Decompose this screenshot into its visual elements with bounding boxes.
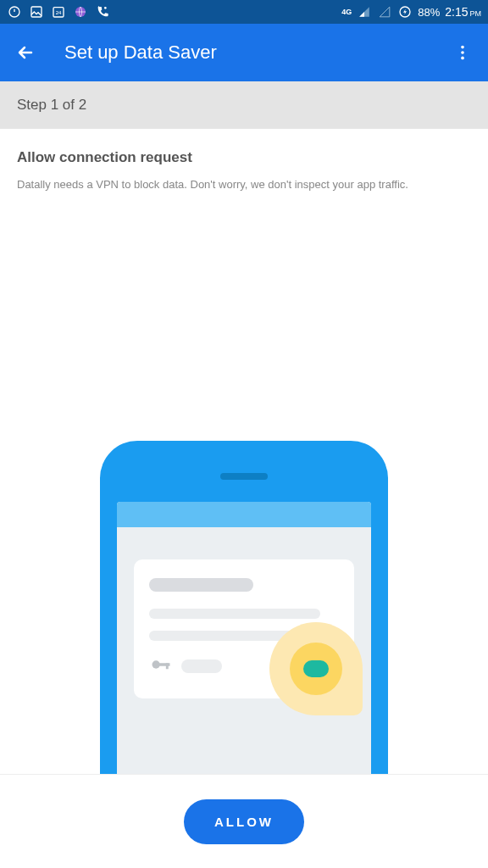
bottom-action-bar: ALLOW (0, 775, 488, 868)
content-heading: Allow connection request (17, 149, 471, 166)
placeholder-line (149, 578, 253, 592)
svg-point-7 (461, 46, 464, 49)
globe-icon (73, 4, 88, 19)
status-bar: 24 4G 88% 2:15 PM (0, 0, 488, 24)
placeholder-pill (181, 659, 222, 673)
phone-speaker (220, 473, 268, 480)
ampm-label: PM (470, 9, 482, 18)
screen-topbar (117, 502, 371, 527)
app-bar: Set up Data Saver (0, 24, 488, 81)
highlight-bubble (269, 622, 363, 715)
svg-point-9 (461, 57, 464, 60)
status-right: 4G 88% 2:15 PM (341, 4, 481, 19)
overflow-menu-button[interactable] (451, 41, 474, 64)
phone-graphic (100, 441, 388, 774)
content-area: Allow connection request Datally needs a… (0, 129, 488, 191)
back-button[interactable] (14, 41, 37, 64)
svg-text:24: 24 (56, 10, 62, 15)
signal-empty-icon (377, 4, 392, 19)
svg-point-10 (152, 660, 160, 668)
placeholder-line (149, 609, 320, 619)
phone-screen (117, 502, 371, 775)
calendar-icon: 24 (51, 4, 66, 19)
network-label: 4G (341, 8, 352, 16)
image-icon (29, 4, 44, 19)
highlight-button (303, 660, 329, 677)
step-label: Step 1 of 2 (17, 97, 86, 113)
time-label: 2:15 (445, 5, 468, 19)
key-icon (149, 653, 173, 680)
app-icon (7, 4, 22, 19)
svg-rect-12 (166, 663, 169, 669)
status-left: 24 (7, 4, 110, 19)
dialog-card (134, 559, 354, 698)
step-indicator: Step 1 of 2 (0, 81, 488, 129)
highlight-inner (290, 643, 342, 695)
illustration (0, 441, 488, 775)
battery-label: 88% (418, 6, 440, 19)
svg-point-8 (461, 51, 464, 54)
signal-icon (357, 4, 372, 19)
phone-icon (95, 4, 110, 19)
page-title: Set up Data Saver (64, 42, 451, 64)
svg-point-5 (104, 7, 107, 9)
svg-rect-1 (31, 7, 42, 17)
bolt-icon (397, 4, 413, 19)
allow-button[interactable]: ALLOW (184, 799, 304, 844)
content-description: Datally needs a VPN to block data. Don't… (17, 178, 471, 191)
